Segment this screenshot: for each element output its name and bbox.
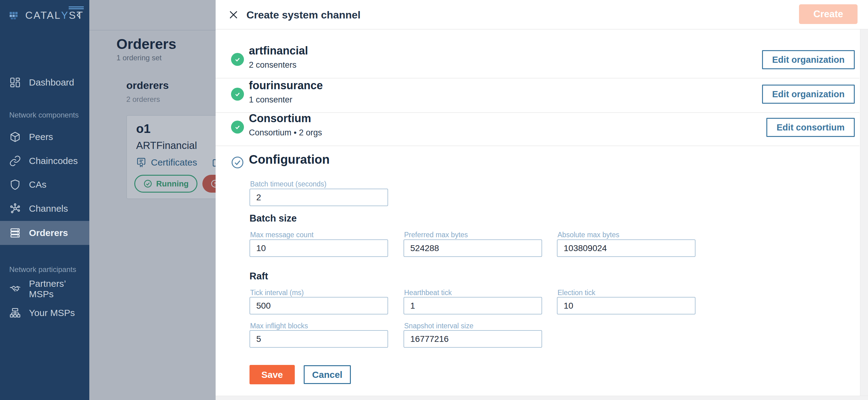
sidebar-item-cas[interactable]: CAs <box>0 173 89 197</box>
sidebar-item-label: Dashboard <box>29 77 74 88</box>
modal-header: Create system channel Create <box>216 0 868 30</box>
sidebar-item-partners-msps[interactable]: Partners’ MSPs <box>0 277 89 301</box>
consortium-name: Consortium <box>249 112 311 125</box>
save-button[interactable]: Save <box>249 365 295 384</box>
field-label-absolute-max-bytes: Absolute max bytes <box>558 231 619 239</box>
field-label-tick-interval: Tick interval (ms) <box>250 289 304 297</box>
modal-title: Create system channel <box>246 0 361 30</box>
field-label-heartbeat-tick: Hearthbeat tick <box>404 289 452 297</box>
cube-icon <box>9 131 21 143</box>
cancel-button[interactable]: Cancel <box>304 365 351 384</box>
org-detail: 2 consenters <box>249 60 297 70</box>
absolute-max-bytes-input[interactable] <box>557 239 695 257</box>
raft-title: Raft <box>249 271 268 282</box>
field-label-election-tick: Election tick <box>558 289 595 297</box>
snapshot-interval-size-input[interactable] <box>404 330 542 348</box>
shield-icon <box>9 179 21 191</box>
check-circle-icon <box>231 121 244 134</box>
sidebar-section-components: Network components <box>9 111 79 120</box>
sidebar-item-your-msps[interactable]: Your MSPs <box>0 301 89 325</box>
election-tick-input[interactable] <box>557 297 695 314</box>
dashboard-icon <box>9 77 21 88</box>
edit-organization-button[interactable]: Edit organization <box>762 85 855 104</box>
preferred-max-bytes-input[interactable] <box>404 239 542 257</box>
check-circle-icon <box>231 53 244 66</box>
max-inflight-blocks-input[interactable] <box>249 330 388 348</box>
configuration-title: Configuration <box>249 153 330 166</box>
vertical-scrollbar[interactable] <box>860 30 868 396</box>
field-label-max-message-count: Max message count <box>250 231 314 239</box>
sidebar-item-label: Chaincodes <box>29 156 78 166</box>
sidebar-item-label: Channels <box>29 203 68 214</box>
sidebar-collapse-icon[interactable] <box>74 10 84 22</box>
org-chart-icon <box>9 307 21 319</box>
max-message-count-input[interactable] <box>249 239 388 257</box>
catalyst-cube-icon <box>7 8 21 23</box>
sidebar-item-label: Partners’ MSPs <box>29 278 89 299</box>
close-icon[interactable] <box>227 8 240 22</box>
org-detail: 1 consenter <box>249 95 292 105</box>
horizontal-scrollbar[interactable] <box>216 396 868 400</box>
app-root: CATALYST Dashboard Network components Pe… <box>0 0 868 400</box>
tick-interval-input[interactable] <box>249 297 388 314</box>
sidebar-item-label: CAs <box>29 179 46 190</box>
sidebar-item-orderers[interactable]: Orderers <box>0 221 89 245</box>
sidebar-item-chaincodes[interactable]: Chaincodes <box>0 149 89 173</box>
sidebar-item-label: Peers <box>29 132 53 142</box>
chain-link-icon <box>9 155 21 167</box>
check-circle-icon <box>231 88 244 101</box>
batch-size-title: Batch size <box>249 213 297 224</box>
sidebar-item-dashboard[interactable]: Dashboard <box>0 70 89 95</box>
field-label-preferred-max-bytes: Preferred max bytes <box>404 231 468 239</box>
row-divider <box>216 112 859 113</box>
row-divider <box>216 78 859 78</box>
create-button[interactable]: Create <box>799 4 858 24</box>
org-name: artfinancial <box>249 44 308 57</box>
field-label-batch-timeout: Batch timeout (seconds) <box>250 180 327 188</box>
batch-timeout-input[interactable] <box>249 189 388 206</box>
sidebar-item-label: Orderers <box>29 228 68 238</box>
create-system-channel-modal: Create system channel Create artfinancia… <box>216 0 868 400</box>
handshake-icon <box>9 283 21 295</box>
sidebar-item-peers[interactable]: Peers <box>0 125 89 149</box>
sidebar-section-participants: Network participants <box>9 265 76 274</box>
edit-organization-button[interactable]: Edit organization <box>762 50 855 69</box>
network-hub-icon <box>9 203 21 214</box>
org-name: fourinsurance <box>249 79 323 92</box>
sidebar-item-channels[interactable]: Channels <box>0 197 89 221</box>
heartbeat-tick-input[interactable] <box>404 297 542 314</box>
edit-consortium-button[interactable]: Edit consortium <box>766 118 855 137</box>
field-label-max-inflight-blocks: Max inflight blocks <box>250 322 308 330</box>
sidebar: CATALYST Dashboard Network components Pe… <box>0 0 89 400</box>
row-divider <box>216 145 859 146</box>
consortium-detail: Consortium • 2 orgs <box>249 128 322 137</box>
server-stack-icon <box>9 227 21 239</box>
sidebar-item-label: Your MSPs <box>29 308 75 318</box>
check-circle-outline-icon <box>230 155 245 171</box>
field-label-snapshot-interval-size: Snapshot interval size <box>404 322 473 330</box>
